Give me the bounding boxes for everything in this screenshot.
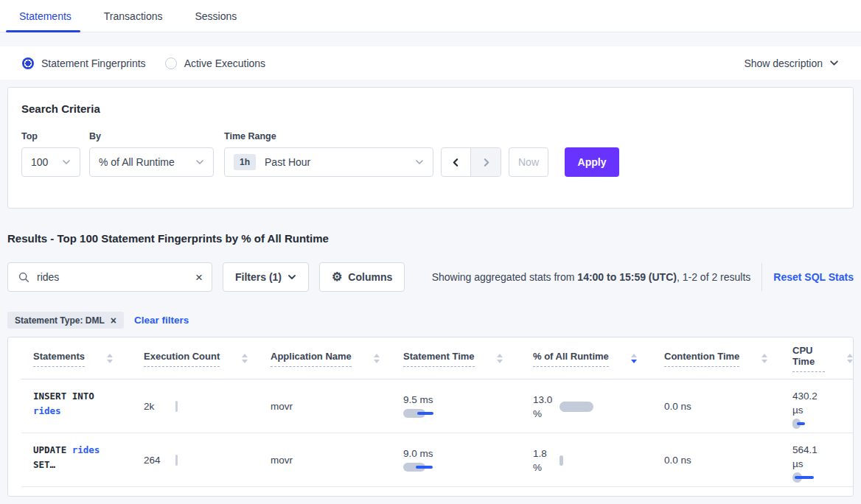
runtime-pct-cell: 13.0 % <box>526 379 657 433</box>
sort-icon[interactable] <box>107 354 113 363</box>
contention-time-cell: 0.0 ns <box>657 433 785 487</box>
runtime-pct-cell: 1.8 % <box>526 433 657 487</box>
time-range-value: Past Hour <box>265 156 310 168</box>
results-heading: Results - Top 100 Statement Fingerprints… <box>7 232 854 245</box>
clear-search-icon[interactable]: × <box>195 271 203 284</box>
application-name-cell: movr <box>263 433 396 487</box>
stats-time-range: 14:00 to 15:59 (UTC) <box>577 271 677 283</box>
show-description-label: Show description <box>744 57 823 69</box>
top-select[interactable]: 100 <box>21 147 80 177</box>
sort-icon[interactable] <box>847 354 853 363</box>
execution-count-cell: 264 <box>136 433 263 487</box>
header-statement-time[interactable]: Statement Time <box>396 337 526 379</box>
stats-area: Showing aggregated stats from 14:00 to 1… <box>432 263 854 291</box>
time-range-field: Time Range 1h Past Hour <box>224 131 433 177</box>
filter-chip-statement-type[interactable]: Statement Type: DML × <box>7 312 124 329</box>
remove-filter-icon[interactable]: × <box>111 315 116 326</box>
now-button[interactable]: Now <box>509 147 548 177</box>
table-row: INSERT INTO rides 2k movr 9.5 ms 13.0 % <box>8 379 853 433</box>
columns-button[interactable]: ⚙ Columns <box>319 262 405 292</box>
columns-button-label: Columns <box>348 271 392 283</box>
by-select[interactable]: % of All Runtime <box>89 147 214 177</box>
search-criteria-title: Search Criteria <box>21 102 840 115</box>
view-mode-bar: Statement Fingerprints Active Executions… <box>0 46 861 80</box>
statement-time-bar <box>403 462 447 472</box>
sort-icon[interactable] <box>761 354 767 363</box>
statement-time-cell: 9.0 ms <box>396 433 526 487</box>
reset-sql-stats-link[interactable]: Reset SQL Stats <box>773 271 854 283</box>
apply-button[interactable]: Apply <box>565 147 619 177</box>
active-filters-row: Statement Type: DML × Clear filters <box>7 312 854 329</box>
radio-unselected-icon[interactable] <box>165 57 177 69</box>
top-label: Top <box>21 131 80 141</box>
chevron-down-icon <box>195 158 204 167</box>
radio-label: Active Executions <box>184 57 266 69</box>
results-controls: × Filters (1) ⚙ Columns Showing aggregat… <box>7 262 854 292</box>
top-field: Top 100 <box>21 131 80 177</box>
runtime-pct-bar <box>560 455 563 466</box>
application-name-cell: movr <box>263 379 396 433</box>
execution-count-cell: 2k <box>136 379 263 433</box>
table-header-row: Statements Execution Count Application N… <box>8 337 853 379</box>
vertical-divider <box>761 263 762 291</box>
sort-icon[interactable] <box>497 354 503 363</box>
by-label: By <box>89 131 214 141</box>
time-range-badge: 1h <box>234 154 256 170</box>
search-criteria-panel: Search Criteria Top 100 By % of All Runt… <box>7 87 854 209</box>
statements-table: Statements Execution Count Application N… <box>7 337 854 497</box>
show-description-toggle[interactable]: Show description <box>744 57 839 69</box>
aggregated-stats-text: Showing aggregated stats from 14:00 to 1… <box>432 271 751 283</box>
tab-statements[interactable]: Statements <box>19 0 72 32</box>
sort-icon-active-desc[interactable] <box>631 354 637 363</box>
execution-count-bar <box>175 401 178 412</box>
header-statements[interactable]: Statements <box>8 337 136 379</box>
gear-icon: ⚙ <box>332 271 342 283</box>
tab-transactions[interactable]: Transactions <box>104 0 163 32</box>
by-select-value: % of All Runtime <box>99 156 175 168</box>
table-row: UPDATE rides SET… 264 movr 9.0 ms 1.8 % <box>8 433 853 487</box>
search-input[interactable] <box>37 271 195 283</box>
header-pct-all-runtime[interactable]: % of All Runtime <box>526 337 657 379</box>
statement-time-bar <box>403 408 447 419</box>
runtime-pct-bar <box>560 402 593 412</box>
cpu-time-cell: 430.2 µs <box>785 379 853 433</box>
filters-button[interactable]: Filters (1) <box>223 262 309 292</box>
search-icon <box>18 272 29 283</box>
cpu-time-bar <box>792 472 829 483</box>
time-range-select[interactable]: 1h Past Hour <box>224 147 433 177</box>
header-cpu-time[interactable]: CPU Time <box>785 337 853 379</box>
execution-count-bar <box>175 455 178 466</box>
clear-filters-link[interactable]: Clear filters <box>134 315 189 326</box>
time-range-label: Time Range <box>224 131 433 141</box>
by-field: By % of All Runtime <box>89 131 214 177</box>
filters-button-label: Filters (1) <box>235 271 282 283</box>
sort-icon[interactable] <box>242 354 248 363</box>
cpu-time-bar <box>792 419 829 429</box>
chevron-down-icon <box>829 58 839 68</box>
header-application-name[interactable]: Application Name <box>263 337 396 379</box>
search-criteria-form: Top 100 By % of All Runtime Time Range 1… <box>21 131 840 177</box>
top-tab-bar: Statements Transactions Sessions <box>0 0 861 32</box>
time-window-stepper <box>441 147 501 177</box>
statement-fingerprint-link[interactable]: UPDATE rides SET… <box>8 433 136 487</box>
radio-statement-fingerprints[interactable]: Statement Fingerprints <box>22 57 146 69</box>
radio-active-executions[interactable]: Active Executions <box>165 57 266 69</box>
header-execution-count[interactable]: Execution Count <box>136 337 263 379</box>
header-contention-time[interactable]: Contention Time <box>657 337 785 379</box>
cpu-time-cell: 564.1 µs <box>785 433 853 487</box>
sort-icon[interactable] <box>374 354 380 363</box>
tab-sessions[interactable]: Sessions <box>195 0 237 32</box>
statement-fingerprint-link[interactable]: INSERT INTO rides <box>8 379 136 433</box>
filter-chip-label: Statement Type: DML <box>15 315 105 326</box>
chevron-right-icon <box>481 158 491 167</box>
radio-label: Statement Fingerprints <box>41 57 146 69</box>
next-time-window-button[interactable] <box>471 148 501 176</box>
search-box[interactable]: × <box>7 262 212 292</box>
previous-time-window-button[interactable] <box>442 148 471 176</box>
contention-time-cell: 0.0 ns <box>657 379 785 433</box>
chevron-down-icon <box>287 273 296 281</box>
chevron-down-icon <box>415 158 424 167</box>
radio-selected-icon[interactable] <box>22 57 34 69</box>
chevron-left-icon <box>451 158 461 167</box>
chevron-down-icon <box>62 158 71 167</box>
